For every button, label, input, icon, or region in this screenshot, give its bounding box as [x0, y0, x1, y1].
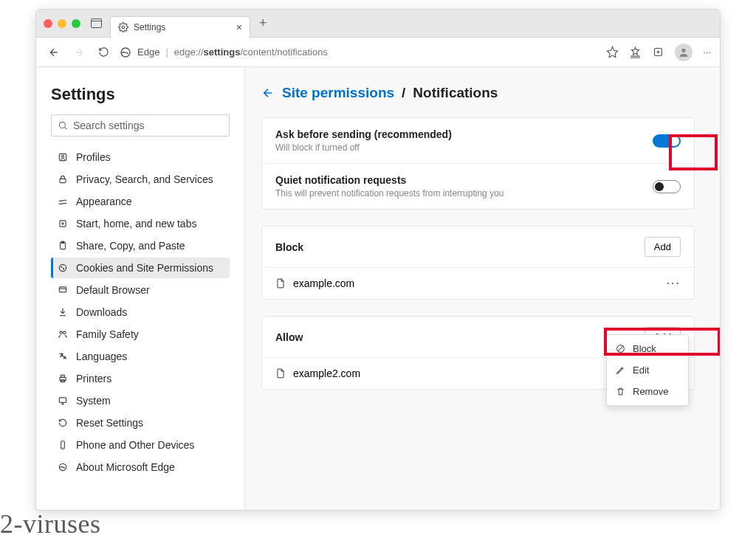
sidebar-item-about[interactable]: About Microsoft Edge [51, 457, 230, 477]
block-icon [616, 344, 626, 353]
address-label: Edge [137, 46, 159, 58]
more-menu-icon[interactable]: ··· [703, 46, 711, 58]
search-input[interactable]: Search settings [51, 114, 230, 137]
edge-logo-icon [57, 462, 69, 472]
svg-rect-28 [61, 375, 65, 377]
sidebar-item-privacy[interactable]: Privacy, Search, and Services [51, 169, 230, 190]
ask-toggle[interactable] [653, 134, 681, 148]
sidebar-item-downloads[interactable]: Downloads [51, 302, 230, 322]
sidebar-item-label: Reset Settings [76, 417, 143, 429]
clipboard-icon [57, 241, 69, 251]
svg-point-2 [122, 26, 125, 29]
forward-button [70, 44, 88, 61]
svg-point-21 [63, 269, 64, 269]
menu-item-edit[interactable]: Edit [607, 359, 688, 381]
ask-sublabel: Will block if turned off [275, 142, 452, 153]
sidebar-item-languages[interactable]: Languages [51, 346, 230, 367]
profile-icon [57, 152, 69, 162]
new-tab-button[interactable]: + [256, 15, 270, 31]
tab-overview-icon[interactable] [89, 17, 103, 30]
svg-line-37 [618, 346, 624, 352]
home-icon [57, 218, 69, 229]
svg-rect-0 [91, 19, 101, 28]
favorite-icon[interactable] [606, 46, 619, 58]
family-icon [57, 329, 69, 339]
svg-point-26 [63, 331, 66, 334]
main-panel: Site permissions / Notifications Ask bef… [245, 67, 720, 510]
ask-before-sending-row: Ask before sending (recommended) Will bl… [262, 118, 694, 163]
search-icon [58, 120, 68, 131]
reload-button[interactable] [95, 44, 112, 61]
svg-rect-15 [60, 221, 66, 227]
gear-icon [118, 22, 128, 32]
minimize-window-icon[interactable] [58, 19, 66, 28]
svg-point-25 [60, 331, 63, 334]
sidebar-item-label: Languages [76, 351, 127, 362]
titlebar: Settings × + [36, 10, 720, 38]
sidebar-item-reset[interactable]: Reset Settings [51, 413, 230, 433]
address-prefix: edge:// [174, 46, 204, 58]
sidebar-item-share[interactable]: Share, Copy, and Paste [51, 235, 230, 256]
block-section: Block Add example.com ··· [261, 226, 695, 300]
favorites-list-icon[interactable] [629, 46, 642, 58]
block-site-more-icon[interactable]: ··· [667, 277, 681, 290]
tab-settings[interactable]: Settings × [110, 16, 250, 38]
system-icon [57, 396, 69, 406]
sidebar-item-printers[interactable]: Printers [51, 368, 230, 389]
notification-settings-card: Ask before sending (recommended) Will bl… [261, 117, 695, 210]
sidebar-item-cookies-permissions[interactable]: Cookies and Site Permissions [51, 258, 230, 278]
address-bar[interactable]: Edge | edge://settings/content/notificat… [120, 46, 599, 58]
tab-close-icon[interactable]: × [236, 21, 242, 33]
sidebar-item-label: System [76, 395, 111, 407]
sidebar-item-system[interactable]: System [51, 390, 230, 411]
back-button[interactable] [45, 44, 63, 61]
quiet-requests-row: Quiet notification requests This will pr… [262, 163, 694, 209]
block-site-name: example.com [293, 277, 354, 289]
sidebar-item-label: Default Browser [76, 284, 150, 296]
appearance-icon [57, 196, 69, 207]
breadcrumb-link[interactable]: Site permissions [282, 85, 394, 101]
sidebar-item-default-browser[interactable]: Default Browser [51, 280, 230, 300]
allow-site-name: example2.com [293, 367, 360, 379]
settings-sidebar: Settings Search settings Profiles Privac… [36, 67, 245, 510]
maximize-window-icon[interactable] [72, 19, 80, 28]
svg-point-20 [61, 266, 62, 267]
collections-icon[interactable] [652, 46, 664, 58]
browser-icon [57, 285, 69, 295]
menu-item-remove[interactable]: Remove [607, 381, 688, 402]
cookie-icon [57, 263, 69, 273]
sidebar-item-appearance[interactable]: Appearance [51, 191, 230, 212]
sidebar-item-label: Phone and Other Devices [76, 439, 194, 451]
sidebar-item-start[interactable]: Start, home, and new tabs [51, 213, 230, 234]
window-controls [44, 19, 80, 28]
sidebar-item-label: Family Safety [76, 328, 139, 340]
breadcrumb: Site permissions / Notifications [261, 85, 695, 101]
sidebar-item-profiles[interactable]: Profiles [51, 147, 230, 168]
quiet-toggle[interactable] [653, 180, 681, 193]
menu-item-block[interactable]: Block [607, 338, 688, 359]
sidebar-item-label: Cookies and Site Permissions [76, 262, 213, 274]
svg-line-11 [65, 128, 67, 130]
close-window-icon[interactable] [44, 19, 52, 28]
sidebar-item-family[interactable]: Family Safety [51, 324, 230, 345]
reset-icon [57, 418, 69, 428]
block-site-row: example.com ··· [262, 267, 694, 299]
svg-point-19 [59, 264, 66, 271]
svg-point-13 [62, 155, 64, 157]
breadcrumb-separator: / [402, 85, 405, 101]
language-icon [57, 351, 69, 362]
address-divider: | [165, 46, 168, 58]
block-title: Block [275, 241, 303, 253]
sidebar-item-label: Start, home, and new tabs [76, 218, 196, 229]
svg-rect-30 [59, 398, 66, 402]
toolbar: Edge | edge://settings/content/notificat… [36, 38, 720, 67]
breadcrumb-back-icon[interactable] [261, 86, 275, 100]
trash-icon [616, 387, 626, 396]
search-placeholder: Search settings [73, 120, 145, 131]
profile-avatar-icon[interactable] [675, 44, 693, 61]
settings-nav: Profiles Privacy, Search, and Services A… [51, 147, 230, 477]
block-add-button[interactable]: Add [645, 237, 681, 257]
sidebar-item-label: Printers [76, 373, 111, 384]
menu-item-label: Remove [633, 386, 668, 397]
sidebar-item-phone[interactable]: Phone and Other Devices [51, 435, 230, 455]
